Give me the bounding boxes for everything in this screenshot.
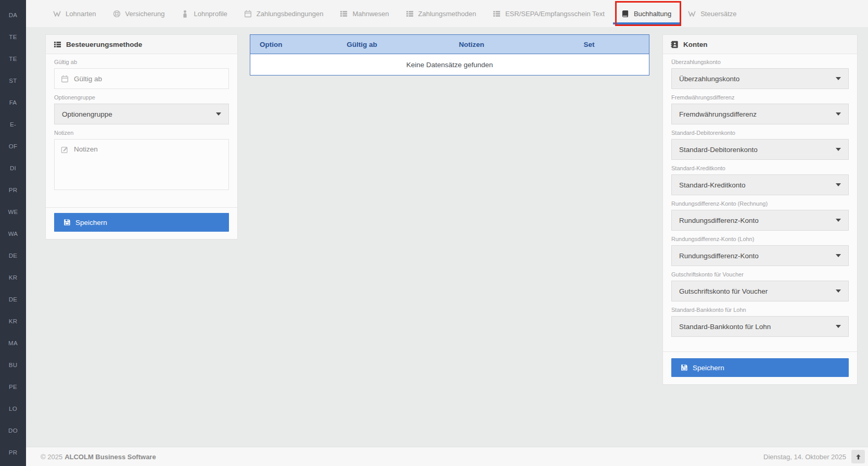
optionengruppe-label: Optionengruppe [54, 94, 229, 101]
pencil-square-icon [61, 146, 69, 154]
arrow-up-icon [855, 454, 862, 460]
table-header-row: Option Gültig ab Notizen Set [250, 35, 649, 54]
tab-label: Zahlungsmethoden [418, 10, 476, 18]
sidebar-item[interactable]: DI [0, 157, 26, 179]
select-value: Standard-Kreditkonto [679, 181, 836, 189]
sidebar-item[interactable]: WE [0, 201, 26, 223]
field-label: Überzahlungskonto [671, 59, 849, 66]
sidebar-item[interactable]: MA [0, 332, 26, 354]
gueltig-ab-input[interactable] [74, 75, 222, 83]
rundungsdifferenz-konto-lohn-select[interactable]: Rundungsdifferenz-Konto [671, 245, 849, 266]
signal-icon [688, 10, 696, 18]
caret-down-icon [216, 112, 221, 116]
life-ring-icon [113, 10, 121, 18]
scroll-to-top-button[interactable] [851, 450, 865, 463]
tab-label: Lohnprofile [194, 10, 227, 18]
sidebar-item[interactable]: E- [0, 114, 26, 135]
sidebar-item[interactable]: OF [0, 135, 26, 157]
tab-label: Steuersätze [700, 10, 736, 18]
select-value: Rundungsdifferenz-Konto [679, 217, 836, 224]
standard-kreditkonto-select[interactable]: Standard-Kreditkonto [671, 174, 849, 195]
tab-label: ESR/SEPA/Empfangsschein Text [505, 10, 605, 18]
save-button-label: Speichern [693, 364, 724, 372]
tab-zahlungsbedingungen[interactable]: Zahlungsbedingungen [236, 0, 332, 27]
sidebar-item[interactable]: DA [0, 4, 26, 26]
copyright-year: © 2025 [41, 453, 62, 461]
notizen-textarea[interactable] [55, 140, 228, 190]
fremdwaehrungsdifferenz-select[interactable]: Fremdwährungsdifferenz [671, 104, 849, 124]
tab-label: Lohnarten [66, 10, 96, 18]
column-header-notizen[interactable]: Notizen [414, 41, 529, 48]
tab-label: Buchhaltung [634, 10, 671, 18]
sidebar-item[interactable]: TE [0, 48, 26, 70]
book-icon [621, 10, 629, 18]
standard-debitorenkonto-select[interactable]: Standard-Debitorenkonto [671, 139, 849, 160]
caret-down-icon [836, 325, 841, 328]
sidebar-item[interactable]: KR [0, 310, 26, 332]
tab-lohnarten[interactable]: Lohnarten [45, 0, 105, 27]
konten-panel: Konten Überzahlungskonto Überzahlungskon… [662, 34, 858, 385]
current-date: Dienstag, 14. Oktober 2025 [763, 453, 846, 461]
save-button[interactable]: Speichern [671, 358, 849, 377]
standard-bankkonto-lohn-select[interactable]: Standard-Bankkonto für Lohn [671, 316, 849, 337]
field-label: Standard-Debitorenkonto [671, 130, 849, 136]
save-icon [63, 219, 71, 226]
content-area: Besteuerungsmethode Gültig ab Optionengr… [26, 27, 868, 447]
sidebar-item[interactable]: ST [0, 70, 26, 92]
select-value: Fremdwährungsdifferenz [679, 110, 836, 118]
tab-esr-sepa-empfangsschein-text[interactable]: ESR/SEPA/Empfangsschein Text [484, 0, 613, 27]
tab-steuersaetze[interactable]: Steuersätze [680, 0, 745, 27]
sidebar-item[interactable]: WA [0, 223, 26, 245]
panel-header: Konten [663, 35, 857, 54]
save-button-label: Speichern [75, 219, 107, 226]
gueltig-ab-label: Gültig ab [54, 59, 229, 66]
gueltig-ab-field[interactable] [54, 68, 229, 89]
tab-mahnwesen[interactable]: Mahnwesen [331, 0, 397, 27]
save-button[interactable]: Speichern [54, 213, 229, 232]
tab-label: Versicherung [125, 10, 165, 18]
sidebar-item[interactable]: BU [0, 354, 26, 376]
besteuerungsmethode-panel: Besteuerungsmethode Gültig ab Optionengr… [45, 34, 238, 240]
sidebar-item[interactable]: PR [0, 179, 26, 201]
sidebar-item[interactable]: LO [0, 398, 26, 420]
ueberzahlungskonto-select[interactable]: Überzahlungskonto [671, 68, 849, 89]
calendar-icon [61, 75, 69, 83]
select-value: Rundungsdifferenz-Konto [679, 252, 836, 260]
list-icon [406, 10, 414, 18]
rundungsdifferenz-konto-rechnung-select[interactable]: Rundungsdifferenz-Konto [671, 210, 849, 231]
column-header-set[interactable]: Set [529, 41, 649, 48]
field-label: Gutschriftskonto für Voucher [671, 271, 849, 278]
select-value: Überzahlungskonto [679, 75, 836, 83]
sidebar: DA TE TE ST FA E- OF DI PR WE WA DE KR D… [0, 0, 26, 466]
select-value: Gutschriftskonto für Voucher [679, 287, 836, 295]
tab-buchhaltung[interactable]: Buchhaltung [613, 0, 680, 27]
field-label: Standard-Kreditkonto [671, 165, 849, 172]
sidebar-item[interactable]: DE [0, 245, 26, 267]
tab-lohnprofile[interactable]: Lohnprofile [173, 0, 235, 27]
caret-down-icon [836, 112, 841, 116]
list-icon [54, 41, 61, 48]
sidebar-item[interactable]: DE [0, 288, 26, 310]
select-value: Standard-Debitorenkonto [679, 146, 836, 154]
caret-down-icon [836, 254, 841, 257]
sidebar-item[interactable]: TE [0, 26, 26, 48]
caret-down-icon [836, 289, 841, 293]
sidebar-item[interactable]: FA [0, 92, 26, 114]
tab-zahlungsmethoden[interactable]: Zahlungsmethoden [398, 0, 484, 27]
caret-down-icon [836, 148, 841, 151]
sidebar-item[interactable]: KR [0, 267, 26, 288]
sidebar-item[interactable]: PE [0, 376, 26, 398]
address-book-icon [671, 41, 679, 48]
calendar-icon [244, 10, 252, 18]
optionengruppe-select[interactable]: Optionengruppe [54, 104, 229, 124]
sidebar-item[interactable]: DO [0, 420, 26, 442]
column-header-gueltig-ab[interactable]: Gültig ab [310, 41, 414, 48]
person-icon [181, 10, 189, 18]
footer-bar: © 2025ALCOLM Business Software Dienstag,… [26, 447, 868, 466]
tab-versicherung[interactable]: Versicherung [105, 0, 173, 27]
app-window: DA TE TE ST FA E- OF DI PR WE WA DE KR D… [0, 0, 868, 466]
notizen-field[interactable] [54, 139, 229, 190]
sidebar-item[interactable]: PR [0, 442, 26, 463]
gutschriftskonto-voucher-select[interactable]: Gutschriftskonto für Voucher [671, 281, 849, 301]
column-header-option[interactable]: Option [250, 41, 310, 48]
